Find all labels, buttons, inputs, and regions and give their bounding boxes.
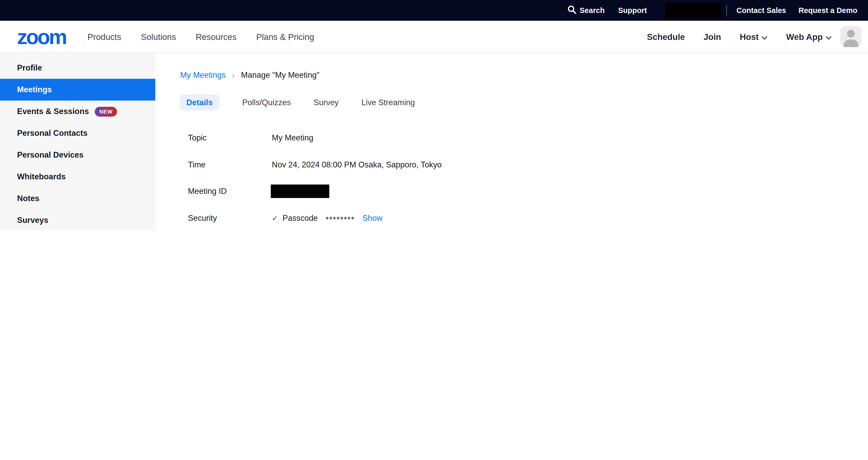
sidebar-item-events-sessions[interactable]: Events & Sessions NEW	[0, 100, 155, 122]
breadcrumb: My Meetings › Manage "My Meeting"	[180, 70, 319, 80]
security-label: Security	[188, 213, 217, 223]
security-value: ✓ Passcode ******** Show	[272, 213, 382, 223]
passcode-mask: ********	[326, 215, 355, 224]
join-link[interactable]: Join	[704, 32, 721, 42]
topic-value: My Meeting	[272, 133, 313, 143]
tab-survey[interactable]: Survey	[314, 98, 339, 107]
sidebar-item-personal-devices[interactable]: Personal Devices	[0, 144, 155, 166]
search-label: Search	[580, 6, 605, 15]
nav-menu: Products Solutions Resources Plans & Pri…	[88, 21, 314, 53]
search-icon	[567, 5, 580, 16]
sidebar-item-surveys[interactable]: Surveys	[0, 209, 155, 230]
breadcrumb-my-meetings[interactable]: My Meetings	[180, 70, 226, 80]
support-link[interactable]: Support	[618, 6, 647, 15]
chevron-down-icon	[826, 32, 832, 42]
schedule-link[interactable]: Schedule	[647, 32, 685, 42]
host-dropdown[interactable]: Host	[740, 32, 768, 42]
sidebar-item-notes[interactable]: Notes	[0, 188, 155, 209]
web-app-dropdown[interactable]: Web App	[786, 32, 832, 42]
zoom-logo[interactable]: zoom	[17, 24, 66, 49]
breadcrumb-current: Manage "My Meeting"	[241, 70, 319, 80]
show-passcode-link[interactable]: Show	[363, 213, 382, 223]
new-badge: NEW	[94, 107, 117, 116]
nav-item-solutions[interactable]: Solutions	[141, 32, 176, 42]
tab-live-streaming[interactable]: Live Streaming	[362, 98, 415, 107]
top-utility-bar: Search Support Contact Sales Request a D…	[0, 0, 868, 21]
request-demo-link[interactable]: Request a Demo	[799, 6, 858, 15]
sidebar: Profile Meetings Events & Sessions NEW P…	[0, 53, 155, 230]
breadcrumb-separator-icon: ›	[232, 71, 235, 79]
search-button[interactable]: Search	[567, 5, 605, 16]
nav-actions: Schedule Join Host Web App	[647, 21, 832, 53]
chevron-down-icon	[762, 32, 768, 42]
nav-item-resources[interactable]: Resources	[196, 32, 237, 42]
sidebar-item-meetings[interactable]: Meetings	[0, 79, 155, 100]
nav-item-products[interactable]: Products	[88, 32, 121, 42]
user-avatar[interactable]	[840, 26, 862, 47]
main-nav-bar: zoom Products Solutions Resources Plans …	[0, 21, 868, 53]
zoom-web-portal: Search Support Contact Sales Request a D…	[0, 0, 868, 230]
redacted-meeting-id	[271, 184, 329, 198]
time-value: Nov 24, 2024 08:00 PM Osaka, Sapporo, To…	[272, 160, 442, 170]
tab-polls-quizzes[interactable]: Polls/Quizzes	[242, 98, 291, 107]
meeting-id-label: Meeting ID	[188, 186, 227, 196]
topic-label: Topic	[188, 133, 207, 143]
sidebar-item-whiteboards[interactable]: Whiteboards	[0, 166, 155, 188]
topbar-divider	[727, 5, 727, 16]
nav-item-plans-pricing[interactable]: Plans & Pricing	[256, 32, 314, 42]
time-label: Time	[188, 160, 206, 170]
redacted-phone-number	[665, 3, 721, 18]
sidebar-item-personal-contacts[interactable]: Personal Contacts	[0, 122, 155, 144]
meeting-tabs: Details Polls/Quizzes Survey Live Stream…	[180, 94, 415, 110]
sidebar-item-profile[interactable]: Profile	[0, 57, 155, 79]
contact-sales-link[interactable]: Contact Sales	[737, 6, 786, 15]
checkmark-icon: ✓	[272, 214, 278, 222]
passcode-label: Passcode	[282, 213, 318, 223]
tab-details[interactable]: Details	[180, 94, 219, 110]
